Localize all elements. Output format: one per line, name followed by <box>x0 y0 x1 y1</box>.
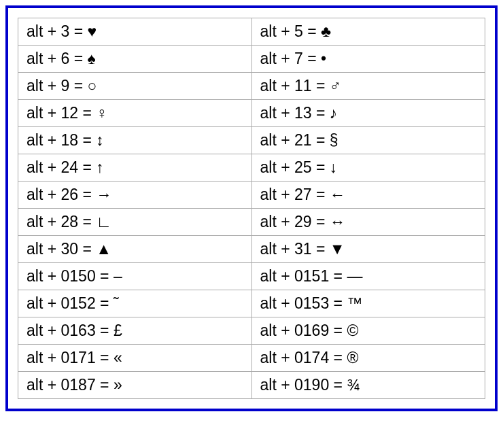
alt-code-symbol: ♂ <box>330 76 341 97</box>
table-row: alt + 0163 = £alt + 0169 = © <box>18 317 485 345</box>
equals-sign: = <box>82 131 91 149</box>
table-row: alt + 12 = ♀alt + 13 = ♪ <box>18 100 485 127</box>
alt-code-symbol: § <box>330 131 339 151</box>
equals-sign: = <box>74 50 83 67</box>
table-row: alt + 18 = ↕alt + 21 = § <box>18 127 485 154</box>
alt-code-key: alt + 5 <box>260 22 303 40</box>
table-row: alt + 6 = ♠alt + 7 = • <box>18 46 485 73</box>
equals-sign: = <box>316 186 325 203</box>
alt-code-symbol: ™ <box>347 294 362 314</box>
table-row: alt + 0187 = »alt + 0190 = ¾ <box>18 372 485 399</box>
alt-code-key: alt + 3 <box>27 22 69 40</box>
alt-code-key: alt + 31 <box>260 240 312 258</box>
alt-codes-table-body: alt + 3 = ♥alt + 5 = ♣alt + 6 = ♠alt + 7… <box>18 18 485 399</box>
equals-sign: = <box>316 131 325 149</box>
alt-code-symbol: — <box>347 266 362 287</box>
alt-code-cell: alt + 0187 = » <box>18 372 252 399</box>
alt-code-cell: alt + 0171 = « <box>18 345 252 372</box>
alt-code-cell: alt + 21 = § <box>252 127 485 154</box>
equals-sign: = <box>316 213 325 230</box>
alt-code-cell: alt + 0169 = © <box>252 317 485 345</box>
table-row: alt + 26 = →alt + 27 = ← <box>18 182 485 209</box>
alt-code-cell: alt + 7 = • <box>252 46 485 73</box>
alt-code-cell: alt + 29 = ↔ <box>252 209 485 236</box>
equals-sign: = <box>100 294 109 312</box>
alt-code-key: alt + 24 <box>27 158 78 176</box>
alt-code-symbol: ∟ <box>96 212 111 232</box>
alt-code-symbol: ♀ <box>96 103 107 124</box>
alt-code-symbol: ▼ <box>330 239 345 260</box>
equals-sign: = <box>316 77 325 94</box>
alt-code-key: alt + 28 <box>27 213 78 230</box>
table-row: alt + 30 = ▲alt + 31 = ▼ <box>18 236 485 263</box>
equals-sign: = <box>307 50 316 67</box>
alt-code-symbol: • <box>321 49 326 69</box>
equals-sign: = <box>82 158 91 176</box>
alt-code-cell: alt + 9 = ○ <box>18 73 252 100</box>
equals-sign: = <box>334 349 343 366</box>
table-row: alt + 28 = ∟alt + 29 = ↔ <box>18 209 485 236</box>
equals-sign: = <box>74 22 83 40</box>
alt-code-symbol: ♥ <box>88 22 97 42</box>
alt-code-key: alt + 11 <box>260 77 312 94</box>
equals-sign: = <box>316 104 325 122</box>
alt-code-cell: alt + 5 = ♣ <box>252 18 485 46</box>
alt-code-key: alt + 26 <box>27 186 78 203</box>
alt-code-key: alt + 0190 <box>260 376 330 394</box>
alt-code-cell: alt + 0174 = ® <box>252 345 485 372</box>
alt-code-symbol: © <box>347 321 358 341</box>
alt-code-key: alt + 13 <box>260 104 312 122</box>
alt-codes-frame: alt + 3 = ♥alt + 5 = ♣alt + 6 = ♠alt + 7… <box>5 5 498 411</box>
alt-code-cell: alt + 30 = ▲ <box>18 236 252 263</box>
alt-code-symbol: ▲ <box>96 239 111 260</box>
alt-code-cell: alt + 28 = ∟ <box>18 209 252 236</box>
equals-sign: = <box>334 267 343 285</box>
alt-code-symbol: ↕ <box>96 131 104 151</box>
alt-code-symbol: ˜ <box>114 294 119 314</box>
alt-code-symbol: – <box>114 266 122 287</box>
alt-code-cell: alt + 0153 = ™ <box>252 290 485 317</box>
alt-code-cell: alt + 13 = ♪ <box>252 100 485 127</box>
alt-code-cell: alt + 0190 = ¾ <box>252 372 485 399</box>
alt-code-key: alt + 18 <box>27 131 78 149</box>
equals-sign: = <box>100 376 109 394</box>
alt-code-key: alt + 6 <box>27 50 69 67</box>
equals-sign: = <box>82 104 91 122</box>
equals-sign: = <box>100 349 109 366</box>
alt-code-symbol: ♣ <box>321 22 331 42</box>
alt-code-cell: alt + 6 = ♠ <box>18 46 252 73</box>
alt-code-cell: alt + 0152 = ˜ <box>18 290 252 317</box>
alt-code-key: alt + 30 <box>27 240 78 258</box>
equals-sign: = <box>334 376 343 394</box>
alt-code-symbol: ♪ <box>330 103 338 124</box>
alt-code-cell: alt + 0163 = £ <box>18 317 252 345</box>
alt-code-symbol: « <box>114 348 122 368</box>
table-row: alt + 0171 = «alt + 0174 = ® <box>18 345 485 372</box>
alt-code-key: alt + 0169 <box>260 322 330 339</box>
alt-code-cell: alt + 11 = ♂ <box>252 73 485 100</box>
equals-sign: = <box>100 322 109 339</box>
alt-code-key: alt + 0151 <box>260 267 330 285</box>
alt-code-key: alt + 0171 <box>27 349 96 366</box>
alt-code-cell: alt + 27 = ← <box>252 182 485 209</box>
alt-code-key: alt + 0187 <box>27 376 96 394</box>
alt-code-cell: alt + 26 = → <box>18 182 252 209</box>
equals-sign: = <box>307 22 316 40</box>
alt-code-symbol: ¾ <box>347 375 360 396</box>
alt-code-symbol: ↔ <box>330 212 345 232</box>
alt-code-key: alt + 0174 <box>260 349 330 366</box>
alt-code-key: alt + 21 <box>260 131 312 149</box>
alt-code-cell: alt + 3 = ♥ <box>18 18 252 46</box>
table-row: alt + 0152 = ˜alt + 0153 = ™ <box>18 290 485 317</box>
alt-code-symbol: ↓ <box>330 158 338 178</box>
table-row: alt + 9 = ○alt + 11 = ♂ <box>18 73 485 100</box>
alt-code-symbol: ↑ <box>96 158 104 178</box>
alt-code-key: alt + 0152 <box>27 294 96 312</box>
alt-code-cell: alt + 0150 = – <box>18 263 252 290</box>
equals-sign: = <box>316 240 325 258</box>
alt-code-key: alt + 9 <box>27 77 69 94</box>
alt-code-symbol: → <box>96 185 111 205</box>
alt-code-key: alt + 0153 <box>260 294 330 312</box>
equals-sign: = <box>100 267 109 285</box>
alt-code-symbol: ♠ <box>88 49 96 69</box>
